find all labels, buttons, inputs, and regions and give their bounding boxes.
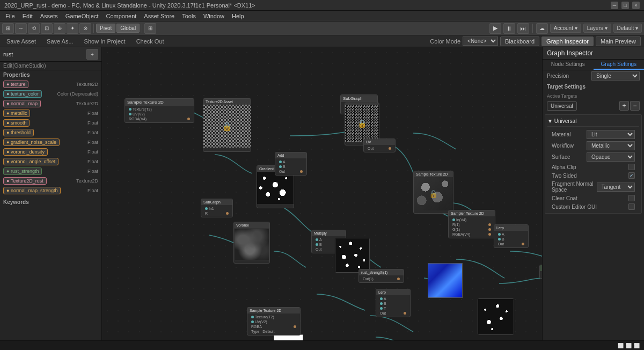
prop-tag-metallic[interactable]: ● metallic [3, 110, 30, 117]
precision-select[interactable]: Single Half [591, 71, 640, 81]
status-icon-2[interactable]: ⬜ [626, 343, 632, 348]
toolbar-btn-3[interactable]: ⟲ [28, 23, 40, 34]
toolbar-btn-1[interactable]: ⊞ [2, 23, 14, 34]
menu-help[interactable]: Help [229, 12, 247, 20]
prop-metallic: ● metallic Float [0, 108, 101, 118]
left-panel-header: rust + [0, 47, 101, 62]
fragment-normal-select[interactable]: Tangent World Object [597, 183, 635, 192]
prop-tag-texture2d-rust[interactable]: ● Texture2D_rust [3, 177, 47, 185]
node-sample-texture[interactable]: Sample Texture 2D Texture(T2) UV(V2) RGB… [125, 98, 194, 123]
toolbar-btn-6[interactable]: ✦ [67, 23, 78, 34]
node-sample-tex-bottom[interactable]: Sample Texture 2D Texture(T2) UV(V2) RGB… [247, 307, 301, 336]
left-panel-title: rust [3, 51, 13, 57]
prop-tag-gradient-noise-scale[interactable]: ● gradient_noise_scale [3, 138, 60, 146]
node-add-header: Add [275, 152, 306, 158]
color-mode-select[interactable]: <None> [463, 37, 498, 46]
step-button[interactable]: ⏭ [517, 23, 529, 34]
prop-tag-normal-map-strength[interactable]: ● normal_map_strength [3, 187, 61, 194]
pause-button[interactable]: ⏸ [503, 23, 515, 34]
show-in-project-button[interactable]: Show In Project [81, 38, 129, 45]
tab-node-settings[interactable]: Node Settings [543, 60, 594, 70]
toolbar-sep-3 [532, 24, 533, 33]
check-out-button[interactable]: Check Out [133, 38, 167, 45]
save-asset-button[interactable]: Save Asset [3, 38, 39, 45]
blackboard-button[interactable]: Blackboard [500, 37, 539, 46]
universal-settings-block: ▼ Universal Material Lit Unlit Workflow … [545, 114, 642, 214]
node-bw-preview-2[interactable] [335, 238, 370, 273]
toolbar-btn-2[interactable]: ↔ [15, 23, 27, 34]
add-target-button[interactable]: + [619, 101, 629, 111]
node-uv-header: UV [364, 139, 395, 145]
node-tex-complex[interactable]: Sample Texture 2D 🔒 [413, 171, 453, 214]
maximize-button[interactable]: □ [621, 2, 629, 9]
node-texture-preview-1[interactable]: Texture2D Asset 🔒 [203, 98, 251, 152]
material-label: Material [552, 132, 571, 137]
node-subgraph-1[interactable]: SubGraph In1 R [201, 199, 233, 217]
toolbar-btn-7[interactable]: ⊗ [79, 23, 91, 34]
menu-edit[interactable]: Edit [19, 12, 36, 20]
node-clamp[interactable]: Sampler Texture 2D In(V4) R(1) G(1) RGBA… [448, 210, 495, 238]
graph-canvas[interactable]: Sample Texture 2D Texture(T2) UV(V2) RGB… [102, 47, 542, 350]
node-mid-right-1[interactable]: Lerp A B Out [494, 224, 529, 248]
prop-texture: ● texture Texture2D [0, 79, 101, 89]
tab-graph-settings[interactable]: Graph Settings [594, 60, 645, 70]
color-mode-area: Color Mode <None> Blackboard Graph Inspe… [430, 37, 641, 46]
prop-tag-voronoi-density[interactable]: ● voronoi_density [3, 148, 48, 156]
save-as-button[interactable]: Save As... [43, 38, 77, 45]
menu-asset-store[interactable]: Asset Store [141, 12, 178, 20]
pivot-toggle[interactable]: Pivot [96, 24, 115, 33]
prop-tag-smooth[interactable]: ● smooth [3, 119, 30, 127]
prop-voronoi-angle-offset: ● voronoi_angle_offset Float [0, 157, 101, 166]
node-lerp[interactable]: Lerp A B T Out [376, 289, 411, 317]
global-toggle[interactable]: Global [116, 24, 140, 33]
main-preview-button[interactable]: Main Preview [596, 37, 641, 46]
minimize-button[interactable]: ─ [611, 2, 618, 9]
workflow-select[interactable]: Metallic Specular [587, 141, 635, 150]
prop-tag-rust-strength[interactable]: ● rust_strength [3, 167, 42, 175]
status-icon-1[interactable]: ⬜ [618, 343, 624, 348]
menu-gameobject[interactable]: GameObject [62, 12, 102, 20]
cloud-icon[interactable]: ☁ [536, 23, 548, 34]
clear-coat-checkbox[interactable] [628, 195, 635, 201]
right-panel-title: Graph Inspector [543, 47, 644, 60]
two-sided-checkbox[interactable]: ✓ [628, 172, 635, 179]
node-bw-preview-3[interactable] [478, 298, 514, 335]
menu-component[interactable]: Component [103, 12, 140, 20]
play-button[interactable]: ▶ [489, 23, 501, 34]
menu-file[interactable]: File [2, 12, 18, 20]
menu-assets[interactable]: Assets [37, 12, 61, 20]
material-select[interactable]: Lit Unlit [587, 130, 635, 139]
prop-tag-normal-map[interactable]: ● normal_map [3, 100, 41, 107]
graph-inspector-button[interactable]: Graph Inspector [541, 37, 594, 46]
custom-editor-checkbox[interactable] [628, 203, 635, 210]
surface-label: Surface [552, 154, 570, 160]
alpha-clip-checkbox[interactable] [628, 164, 635, 170]
node-rust-strength[interactable]: rust_strength(1) Out(1) [358, 269, 404, 283]
prop-tag-voronoi-angle-offset[interactable]: ● voronoi_angle_offset [3, 158, 58, 165]
add-property-button[interactable]: + [86, 49, 98, 60]
two-sided-row: Two Sided ✓ [547, 171, 639, 180]
clear-coat-label: Clear Coat [552, 195, 577, 201]
default-button[interactable]: Default ▾ [613, 24, 642, 33]
surface-select[interactable]: Opaque Transparent [587, 152, 635, 162]
prop-tag-texture[interactable]: ● texture [3, 81, 28, 88]
node-add[interactable]: Add A B Out [275, 152, 307, 176]
node-voronoi[interactable]: Voronoi [233, 222, 270, 264]
node-blackboard[interactable]: Blackboard Value [539, 265, 542, 279]
toolbar-btn-4[interactable]: ⊡ [41, 23, 53, 34]
prop-tag-threshold[interactable]: ● threshold [3, 129, 34, 136]
remove-target-button[interactable]: − [630, 101, 640, 111]
toolbar-btn-8[interactable]: ⊞ [144, 23, 156, 34]
prop-tag-texture-color[interactable]: ● texture_color [3, 90, 42, 98]
menu-tools[interactable]: Tools [179, 12, 199, 20]
node-uv[interactable]: UV Out [363, 138, 396, 152]
layers-button[interactable]: Layers ▾ [583, 24, 611, 33]
right-panel: Graph Inspector Node Settings Graph Sett… [542, 47, 644, 350]
menu-window[interactable]: Window [200, 12, 228, 20]
keywords-header: Keywords [0, 198, 101, 207]
account-button[interactable]: Account ▾ [550, 24, 581, 33]
toolbar-btn-5[interactable]: ⊕ [54, 23, 65, 34]
status-icon-3[interactable]: ⬜ [634, 343, 640, 348]
close-button[interactable]: × [632, 2, 640, 9]
sub-toolbar: Save Asset Save As... Show In Project Ch… [0, 35, 644, 47]
